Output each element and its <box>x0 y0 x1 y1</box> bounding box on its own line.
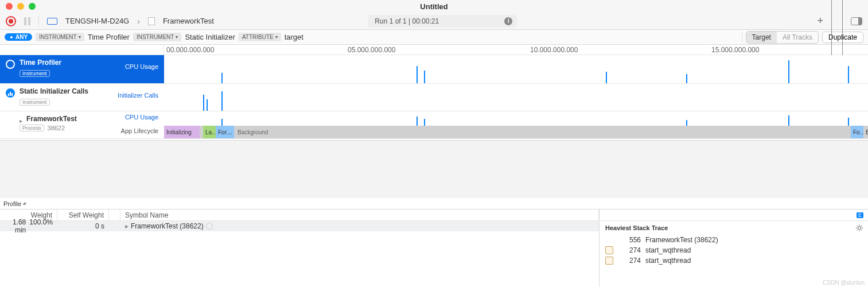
hst-name: start_wqthread <box>645 246 691 254</box>
record-icon[interactable] <box>6 16 16 26</box>
attribute-pill[interactable]: ATTRIBUTE <box>239 33 281 41</box>
lifecycle-foreground: For… <box>216 126 234 138</box>
filter-bar: ANY INSTRUMENT Time Profiler INSTRUMENT … <box>0 30 868 45</box>
track-metric: Initializer Calls <box>118 92 158 99</box>
row-pct: 100.0% <box>29 218 53 234</box>
e-badge[interactable]: E <box>857 212 863 218</box>
empty-tracks-area <box>0 141 868 198</box>
hst-name: FrameworkTest (38622) <box>645 236 718 244</box>
tab-target[interactable]: Target <box>746 32 777 43</box>
titlebar: Untitled <box>0 0 868 13</box>
lifecycle-background: Background <box>234 126 851 138</box>
close-icon[interactable] <box>6 3 13 10</box>
hst-count: 556 <box>618 236 641 244</box>
hst-row[interactable]: 556 FrameworkTest (38622) <box>600 235 868 245</box>
zoom-icon[interactable] <box>29 3 36 10</box>
device-icon[interactable] <box>47 18 57 25</box>
toolbar: TENGSHI-M-D24G › FrameworkTest Run 1 of … <box>0 13 868 30</box>
window-controls <box>6 3 36 10</box>
process-badge[interactable]: Process <box>20 125 44 131</box>
chevron-right-icon: › <box>137 17 140 26</box>
document-icon <box>148 17 155 25</box>
heaviest-stack-trace-pane: E Heaviest Stack Trace 556 FrameworkTest… <box>600 210 868 287</box>
track-metric-cpu: CPU Usage <box>125 114 158 121</box>
profile-label: Profile <box>3 200 21 207</box>
divider <box>38 16 39 26</box>
profile-selector[interactable]: Profile ▴▾ <box>0 198 868 210</box>
column-header: Weight Self Weight Symbol Name <box>0 210 599 221</box>
filter-static-init: Static Initializer <box>185 33 235 41</box>
track-body[interactable] <box>164 55 868 83</box>
filter-target-text: target <box>285 33 303 41</box>
info-icon[interactable]: i <box>504 17 512 25</box>
panel-right-icon[interactable] <box>851 17 862 25</box>
process-pid: 38622 <box>48 125 65 131</box>
filter-input[interactable] <box>307 33 738 41</box>
minimize-icon[interactable] <box>17 3 24 10</box>
hst-header: E <box>600 210 868 221</box>
row-self: 0 s <box>57 222 109 230</box>
instrument-pill-1[interactable]: INSTRUMENT <box>36 33 84 41</box>
tracks-area: 00.000.000.000 05.000.000.000 10.000.000… <box>0 45 868 141</box>
window-title: Untitled <box>420 2 447 11</box>
chevron-right-icon[interactable]: ▸ <box>125 222 129 230</box>
table-row[interactable]: 1.68 min 100.0% 0 s ▸ FrameworkTest (386… <box>0 221 599 231</box>
device-name[interactable]: TENGSHI-M-D24G <box>65 17 129 25</box>
hst-row[interactable]: 274 start_wqthread <box>600 245 868 255</box>
svg-point-0 <box>858 226 861 229</box>
track-static-initializer[interactable]: Static Initializer Calls Instrument Init… <box>0 84 868 111</box>
hst-count: 274 <box>618 257 641 265</box>
lifecycle-foreground-2: Fo… <box>851 126 863 138</box>
track-frameworktest[interactable]: FrameworkTest Process 38622 CPU Usage Ap… <box>0 111 868 139</box>
disclosure-icon[interactable] <box>20 117 24 121</box>
duplicate-button[interactable]: Duplicate <box>822 32 863 43</box>
frame-icon <box>605 246 613 254</box>
instrument-badge: Instrument <box>20 70 50 77</box>
target-name[interactable]: FrameworkTest <box>163 17 214 25</box>
bars-icon <box>6 88 15 98</box>
lifecycle-launching: La… <box>203 126 216 138</box>
instrument-pill-2[interactable]: INSTRUMENT <box>133 33 182 41</box>
plus-icon[interactable]: + <box>817 15 823 27</box>
divider <box>742 32 742 42</box>
gear-icon[interactable] <box>855 224 863 232</box>
filter-time-profiler: Time Profiler <box>88 33 130 41</box>
lifecycle-initializing: Initializing <box>164 126 200 138</box>
track-metric-lifecycle: App Lifecycle <box>121 127 158 134</box>
time-ruler[interactable]: 00.000.000.000 05.000.000.000 10.000.000… <box>0 45 868 55</box>
col-symbol[interactable]: Symbol Name <box>120 210 599 220</box>
row-time: 1.68 min <box>5 218 26 234</box>
col-self-weight[interactable]: Self Weight <box>57 210 109 220</box>
instrument-badge: Instrument <box>20 99 50 106</box>
frame-icon <box>605 257 613 265</box>
ruler-tick: 00.000.000.000 <box>166 46 214 54</box>
track-title: Time Profiler <box>20 59 61 67</box>
track-body[interactable]: Initializing La… For… Background Fo… B <box>164 111 868 138</box>
hst-name: start_wqthread <box>645 257 691 265</box>
lifecycle-background-2: B <box>863 126 868 138</box>
hst-count: 274 <box>618 246 641 254</box>
run-info-text: Run 1 of 1 | 00:00:21 <box>375 17 439 25</box>
row-symbol: FrameworkTest (38622) <box>131 222 204 230</box>
track-scope-tabs: Target All Tracks <box>746 31 819 44</box>
focus-icon[interactable] <box>206 223 213 230</box>
ruler-tick: 10.000.000.000 <box>530 46 578 54</box>
track-body[interactable] <box>164 84 868 111</box>
hst-row[interactable]: 274 start_wqthread <box>600 255 868 266</box>
ruler-tick: 05.000.000.000 <box>348 46 395 54</box>
sort-icon: ▴▾ <box>23 201 25 206</box>
run-info[interactable]: Run 1 of 1 | 00:00:21 i <box>368 15 517 28</box>
pause-icon[interactable] <box>24 17 30 25</box>
track-title: Static Initializer Calls <box>20 87 88 95</box>
hst-title: Heaviest Stack Trace <box>600 221 674 235</box>
lifecycle-bar: Initializing La… For… Background Fo… B <box>164 126 868 138</box>
track-time-profiler[interactable]: Time Profiler Instrument CPU Usage <box>0 55 868 84</box>
tab-all-tracks[interactable]: All Tracks <box>777 32 818 43</box>
any-filter-pill[interactable]: ANY <box>5 33 32 41</box>
track-metric: CPU Usage <box>125 63 158 70</box>
watermark: CSDN @slunlun <box>823 280 865 286</box>
target-icon <box>6 60 15 69</box>
ruler-tick: 15.000.000.000 <box>711 46 759 54</box>
bottom-pane: Weight Self Weight Symbol Name 1.68 min … <box>0 210 868 287</box>
call-tree: Weight Self Weight Symbol Name 1.68 min … <box>0 210 600 287</box>
